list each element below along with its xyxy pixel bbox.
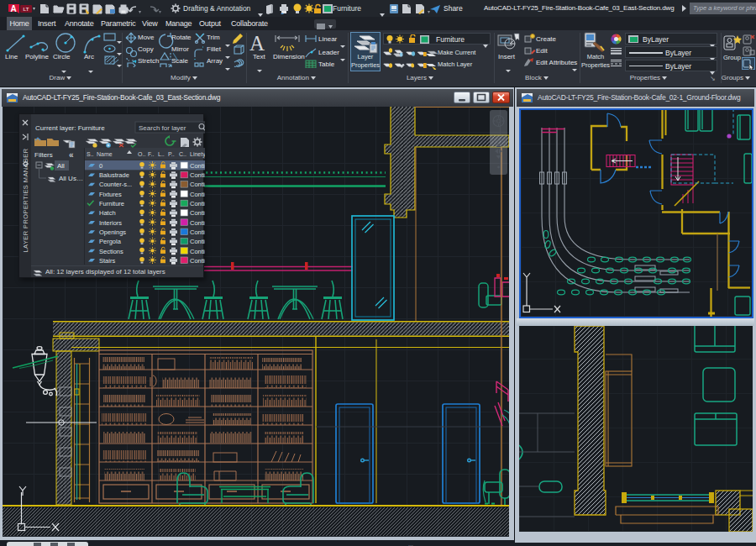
svg-text:Contir: Contir [190,162,205,170]
svg-text:All Us…: All Us… [59,175,83,182]
svg-text:Contir: Contir [190,181,205,188]
svg-text:Pergola: Pergola [99,238,122,245]
svg-text:L..: L.. [158,151,165,157]
svg-text:LT: LT [24,7,29,12]
svg-text:Contir: Contir [190,257,205,265]
svg-text:Name: Name [97,151,113,157]
svg-text:S..: S.. [87,151,94,157]
svg-text:P..: P.. [168,151,175,157]
svg-text:Stairs: Stairs [99,257,115,265]
svg-text:Contir: Contir [190,228,205,236]
svg-text:Contir: Contir [190,209,205,217]
svg-text:Fixtures: Fixtures [99,191,122,198]
svg-text:Furniture: Furniture [99,200,124,207]
svg-text:Balustrade: Balustrade [99,171,129,179]
svg-text:Contir: Contir [190,200,205,207]
svg-text:Linety: Linety [190,151,205,158]
svg-text:Sections: Sections [99,248,123,255]
svg-text:F..: F.. [148,151,154,157]
svg-text:Openings: Openings [99,228,126,236]
svg-text:Contir: Contir [190,171,205,179]
svg-text:Current layer: Furniture: Current layer: Furniture [35,124,105,132]
svg-text:Search for layer: Search for layer [139,124,186,132]
svg-text:O..: O.. [138,151,145,157]
svg-text:«: « [69,150,74,160]
svg-text:C..: C.. [179,151,186,157]
svg-text:0: 0 [99,162,102,170]
svg-text:A: A [10,4,16,13]
svg-text:Counter-s...: Counter-s... [99,181,132,188]
svg-text:All: All [57,162,65,170]
svg-text:Interiors: Interiors [99,219,122,227]
svg-text:Contir: Contir [190,248,205,255]
svg-text:Contir: Contir [190,219,205,227]
svg-text:Hatch: Hatch [99,209,116,217]
svg-text:Contir: Contir [190,238,205,245]
svg-text:Contir: Contir [190,191,205,198]
svg-text:Filters: Filters [34,151,53,159]
